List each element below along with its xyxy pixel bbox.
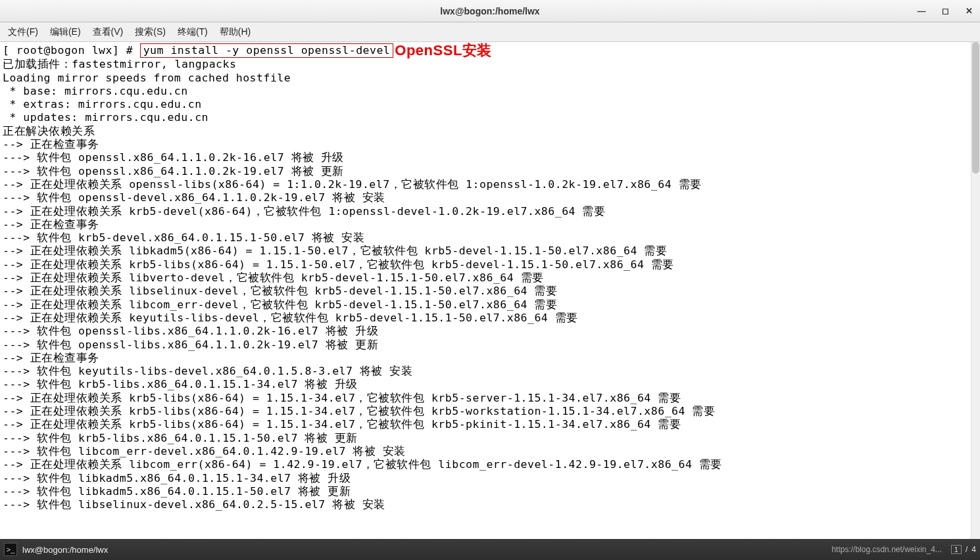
titlebar[interactable]: lwx@bogon:/home/lwx — ◻ ✕ — [0, 0, 980, 22]
window-title: lwx@bogon:/home/lwx — [440, 6, 539, 16]
close-button[interactable]: ✕ — [963, 5, 975, 17]
annotation-label: OpenSSL安装 — [395, 44, 492, 57]
output-line: --> 正在处理依赖关系 krb5-libs(x86-64) = 1.15.1-… — [3, 392, 977, 405]
output-line: --> 正在检查事务 — [3, 138, 977, 151]
output-line: --> 正在检查事务 — [3, 352, 977, 365]
maximize-button[interactable]: ◻ — [939, 5, 951, 17]
output-line: --> 正在处理依赖关系 libselinux-devel，它被软件包 krb5… — [3, 285, 977, 298]
output-line: ---> 软件包 libcom_err-devel.x86_64.0.1.42.… — [3, 445, 977, 458]
output-line: 已加载插件：fastestmirror, langpacks — [3, 58, 977, 71]
output-line: --> 正在处理依赖关系 krb5-devel(x86-64)，它被软件包 1:… — [3, 205, 977, 218]
output-line: --> 正在处理依赖关系 libcom_err-devel，它被软件包 krb5… — [3, 298, 977, 312]
minimize-button[interactable]: — — [916, 5, 927, 17]
output-line: ---> 软件包 libkadm5.x86_64.0.1.15.1-50.el7… — [3, 485, 977, 498]
output-line: ---> 软件包 krb5-libs.x86_64.0.1.15.1-50.el… — [3, 432, 977, 445]
output-line: ---> 软件包 openssl.x86_64.1.1.0.2k-19.el7 … — [3, 165, 977, 178]
output-line: * updates: mirrors.cqu.edu.cn — [3, 111, 977, 124]
taskbar-app-label[interactable]: lwx@bogon:/home/lwx — [22, 545, 108, 555]
output-line: ---> 软件包 openssl-libs.x86_64.1.1.0.2k-19… — [3, 338, 977, 352]
terminal-window: lwx@bogon:/home/lwx — ◻ ✕ 文件(F) 编辑(E) 查看… — [0, 0, 980, 560]
output-line: --> 正在处理依赖关系 krb5-libs(x86-64) = 1.15.1-… — [3, 418, 977, 431]
highlighted-command: yum install -y openssl openssl-devel — [140, 43, 394, 58]
menu-search[interactable]: 搜索(S) — [135, 26, 166, 38]
output-line: ---> 软件包 keyutils-libs-devel.x86_64.0.1.… — [3, 365, 977, 378]
prompt-line: [ root@bogon lwx] # yum install -y opens… — [3, 43, 977, 58]
terminal-icon[interactable]: >_ — [4, 543, 17, 556]
output-line: --> 正在处理依赖关系 libkadm5(x86-64) = 1.15.1-5… — [3, 245, 977, 258]
output-line: * extras: mirrors.cqu.edu.cn — [3, 98, 977, 111]
workspace-indicator[interactable]: 1 / 4 — [951, 545, 976, 554]
taskbar-left: >_ lwx@bogon:/home/lwx — [4, 543, 108, 556]
output-line: --> 正在检查事务 — [3, 218, 977, 231]
output-line: * base: mirrors.cqu.edu.cn — [3, 85, 977, 98]
scrollbar-track[interactable] — [971, 42, 980, 539]
output-line: --> 正在处理依赖关系 libcom_err(x86-64) = 1.42.9… — [3, 458, 977, 471]
output-line: ---> 软件包 krb5-libs.x86_64.0.1.15.1-34.el… — [3, 378, 977, 391]
window-controls: — ◻ ✕ — [916, 0, 975, 22]
workspace-total: 4 — [971, 545, 976, 554]
output-line: Loading mirror speeds from cached hostfi… — [3, 72, 977, 85]
output-line: ---> 软件包 libkadm5.x86_64.0.1.15.1-34.el7… — [3, 472, 977, 485]
output-line: ---> 软件包 openssl.x86_64.1.1.0.2k-16.el7 … — [3, 151, 977, 164]
taskbar-right: https://blog.csdn.net/weixin_4... 1 / 4 — [831, 545, 976, 554]
output-line: --> 正在处理依赖关系 krb5-libs(x86-64) = 1.15.1-… — [3, 258, 977, 271]
output-line: ---> 软件包 openssl-devel.x86_64.1.1.0.2k-1… — [3, 191, 977, 204]
output-line: ---> 软件包 libselinux-devel.x86_64.0.2.5-1… — [3, 498, 977, 511]
prompt-prefix: [ root@bogon lwx] # — [3, 44, 140, 57]
terminal-area[interactable]: [ root@bogon lwx] # yum install -y opens… — [0, 42, 980, 539]
scrollbar-thumb[interactable] — [972, 42, 979, 174]
watermark-text: https://blog.csdn.net/weixin_4... — [831, 545, 941, 554]
menu-terminal[interactable]: 终端(T) — [178, 26, 208, 38]
output-line: --> 正在处理依赖关系 libverto-devel，它被软件包 krb5-d… — [3, 271, 977, 285]
workspace-sep: / — [966, 545, 968, 554]
output-line: --> 正在处理依赖关系 keyutils-libs-devel，它被软件包 k… — [3, 312, 977, 325]
taskbar: >_ lwx@bogon:/home/lwx https://blog.csdn… — [0, 539, 980, 560]
output-line: --> 正在处理依赖关系 krb5-libs(x86-64) = 1.15.1-… — [3, 405, 977, 418]
menu-help[interactable]: 帮助(H) — [220, 26, 251, 38]
output-line: 正在解决依赖关系 — [3, 125, 977, 138]
menubar: 文件(F) 编辑(E) 查看(V) 搜索(S) 终端(T) 帮助(H) — [0, 22, 980, 42]
workspace-current: 1 — [951, 545, 962, 554]
menu-view[interactable]: 查看(V) — [93, 26, 124, 38]
menu-file[interactable]: 文件(F) — [8, 26, 38, 38]
output-line: ---> 软件包 krb5-devel.x86_64.0.1.15.1-50.e… — [3, 231, 977, 245]
output-line: --> 正在处理依赖关系 openssl-libs(x86-64) = 1:1.… — [3, 178, 977, 191]
terminal-output: 已加载插件：fastestmirror, langpacksLoading mi… — [3, 58, 977, 511]
output-line: ---> 软件包 openssl-libs.x86_64.1.1.0.2k-16… — [3, 325, 977, 338]
menu-edit[interactable]: 编辑(E) — [50, 26, 81, 38]
